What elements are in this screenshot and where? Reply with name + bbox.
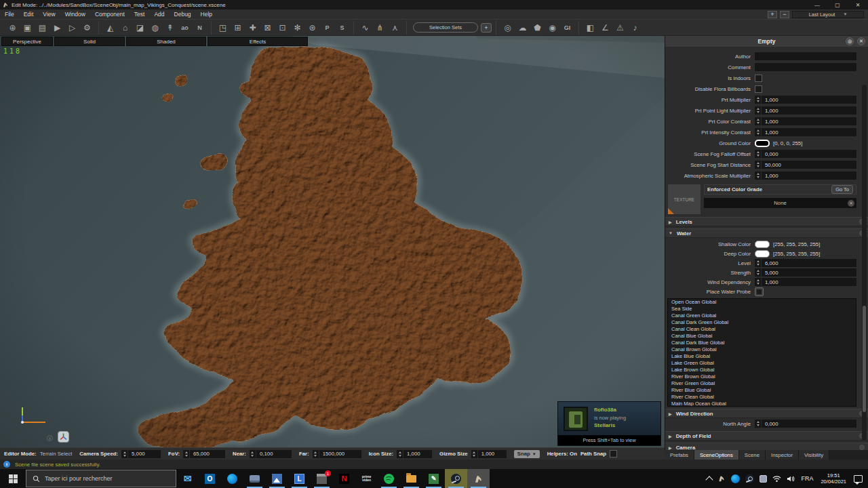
- texture-thumbnail[interactable]: TEXTURE: [668, 184, 701, 214]
- open-scene-icon[interactable]: ▤: [35, 21, 50, 35]
- mesh-add-icon[interactable]: ⊡: [275, 21, 290, 35]
- light-add-icon[interactable]: ⊛: [305, 21, 319, 35]
- wind-dependency-input[interactable]: 1,000: [755, 278, 856, 286]
- spinner[interactable]: [397, 450, 403, 458]
- maximize-icon[interactable]: ▢: [827, 0, 848, 9]
- taskbar-app-remote[interactable]: 1: [311, 469, 333, 488]
- camera-speed-input[interactable]: 5,000: [121, 450, 161, 458]
- menu-add[interactable]: Add: [149, 9, 169, 19]
- prt-point-light-input[interactable]: 1,000: [755, 106, 856, 115]
- place-water-probe-button[interactable]: [755, 287, 764, 296]
- menu-help[interactable]: Help: [196, 9, 217, 19]
- taskbar-app-edge[interactable]: [221, 469, 243, 488]
- color-grade-value[interactable]: None ✕: [704, 198, 856, 208]
- save-scene-icon[interactable]: ▣: [20, 21, 35, 35]
- spinner[interactable]: [755, 128, 762, 136]
- water-preset-item[interactable]: Canal Brown Global: [668, 346, 856, 353]
- tray-edge[interactable]: [728, 469, 743, 488]
- shallow-color-swatch[interactable]: [755, 241, 770, 248]
- menu-component[interactable]: Component: [90, 9, 130, 19]
- taskbar-app-netflix[interactable]: N: [333, 469, 355, 488]
- ground-color-swatch[interactable]: [755, 140, 770, 147]
- taskbar-app-spotify[interactable]: [378, 469, 400, 488]
- tray-network[interactable]: [770, 469, 784, 488]
- new-scene-icon[interactable]: ⊕: [5, 21, 20, 35]
- taskbar-app-photo-editor[interactable]: ✎: [422, 469, 445, 488]
- selection-sets-dropdown[interactable]: Selection Sets: [413, 22, 478, 33]
- taskbar-app-lightshot[interactable]: L: [288, 469, 311, 488]
- fog-start-input[interactable]: 50,000: [755, 161, 856, 169]
- layout-add-button[interactable]: +: [768, 11, 777, 18]
- water-preset-item[interactable]: Canal Dark Green Global: [668, 319, 856, 326]
- section-water[interactable]: ▼ Water: [665, 228, 868, 238]
- disable-flora-checkbox[interactable]: [755, 85, 762, 93]
- fov-input[interactable]: 65,000: [183, 450, 225, 458]
- deep-color-swatch[interactable]: [755, 250, 770, 258]
- spinner[interactable]: [471, 450, 478, 458]
- spinner[interactable]: [755, 117, 762, 125]
- water-preset-item[interactable]: River Green Global: [668, 380, 856, 387]
- water-preset-item[interactable]: Sea Side: [668, 306, 856, 312]
- water-preset-item[interactable]: Canal Blue Global: [668, 333, 856, 340]
- prefab-add-icon[interactable]: ⊠: [260, 21, 275, 35]
- search-input[interactable]: [45, 475, 163, 482]
- particle-add-icon[interactable]: ✻: [290, 21, 304, 35]
- scrollbar-thumb[interactable]: [863, 306, 866, 413]
- action-center-button[interactable]: [851, 469, 865, 488]
- viewport-3d[interactable]: Perspective Solid Shaded Effects 118 i f…: [0, 36, 665, 447]
- tray-app[interactable]: [757, 469, 770, 488]
- spinner[interactable]: [755, 278, 762, 286]
- menu-window[interactable]: Window: [60, 9, 90, 19]
- taskbar-app-your-phone[interactable]: [243, 469, 266, 488]
- navmesh-add-icon[interactable]: ⋔: [373, 21, 387, 35]
- tab-shaded[interactable]: Shaded: [126, 37, 206, 46]
- water-preset-item[interactable]: River Blue Global: [668, 387, 856, 394]
- play-editor-icon[interactable]: ▷: [65, 21, 79, 35]
- spinner[interactable]: [755, 161, 762, 169]
- tray-language[interactable]: FRA: [798, 469, 816, 488]
- warnings-icon[interactable]: ⚠: [613, 21, 627, 35]
- water-preset-item[interactable]: Lake Blue Global: [668, 353, 856, 360]
- prt-multiplier-input[interactable]: 1,000: [755, 96, 856, 104]
- spinner[interactable]: [755, 106, 762, 115]
- normal-tool-icon[interactable]: N: [193, 21, 207, 35]
- taskbar-app-file-explorer[interactable]: [400, 469, 422, 488]
- prt-color-contrast-input[interactable]: 1,000: [755, 117, 856, 125]
- water-preset-item[interactable]: Lake Green Global: [668, 360, 856, 367]
- water-preset-item[interactable]: Open Ocean Global: [668, 299, 856, 306]
- water-preset-item[interactable]: River Brown Global: [668, 373, 856, 380]
- scene-physics-icon[interactable]: ☁: [515, 21, 530, 35]
- skeleton-add-icon[interactable]: ✚: [245, 21, 260, 35]
- path-add-icon[interactable]: ∿: [358, 21, 372, 35]
- entity-select-icon[interactable]: ◳: [216, 21, 230, 35]
- spinner[interactable]: [250, 450, 256, 458]
- far-input[interactable]: 1500,000: [313, 450, 361, 458]
- section-camera[interactable]: ▶ Camera: [665, 443, 868, 450]
- layout-remove-button[interactable]: −: [780, 11, 789, 18]
- taskbar-app-steam[interactable]: [445, 469, 467, 488]
- spinner[interactable]: [313, 450, 319, 458]
- taskbar-app-photos[interactable]: [266, 469, 288, 488]
- near-input[interactable]: 0,100: [250, 450, 292, 458]
- taskbar-app-outlook[interactable]: O: [199, 469, 221, 488]
- water-preset-item[interactable]: Canal Dark Blue Global: [668, 340, 856, 346]
- flora-paint-icon[interactable]: ↟: [163, 21, 177, 35]
- tray-steam[interactable]: [743, 469, 757, 488]
- water-preset-item[interactable]: Main Map Ocean Global: [668, 401, 856, 407]
- taskbar-search[interactable]: [26, 470, 176, 487]
- paint-entity-icon[interactable]: ◧: [583, 21, 597, 35]
- section-levels[interactable]: ▶ Levels: [665, 217, 868, 226]
- steam-notification[interactable]: floflo38a is now playing Stellaris Press…: [557, 401, 661, 446]
- water-preset-item[interactable]: Canal Clean Global: [668, 326, 856, 333]
- menu-edit[interactable]: Edit: [19, 9, 39, 19]
- spinner[interactable]: [755, 420, 762, 428]
- axis-widget-button[interactable]: [58, 431, 69, 443]
- ambient-occlusion-icon[interactable]: ao: [178, 21, 192, 35]
- tab-scene[interactable]: Scene: [739, 450, 766, 460]
- taskbar-app-prime-video[interactable]: primevideo: [355, 469, 378, 488]
- menu-file[interactable]: File: [0, 9, 19, 19]
- tab-effects[interactable]: Effects: [208, 37, 308, 46]
- icon-size-input[interactable]: 1,000: [397, 450, 432, 458]
- north-angle-input[interactable]: 0,000: [755, 420, 856, 428]
- tray-volume[interactable]: [784, 469, 798, 488]
